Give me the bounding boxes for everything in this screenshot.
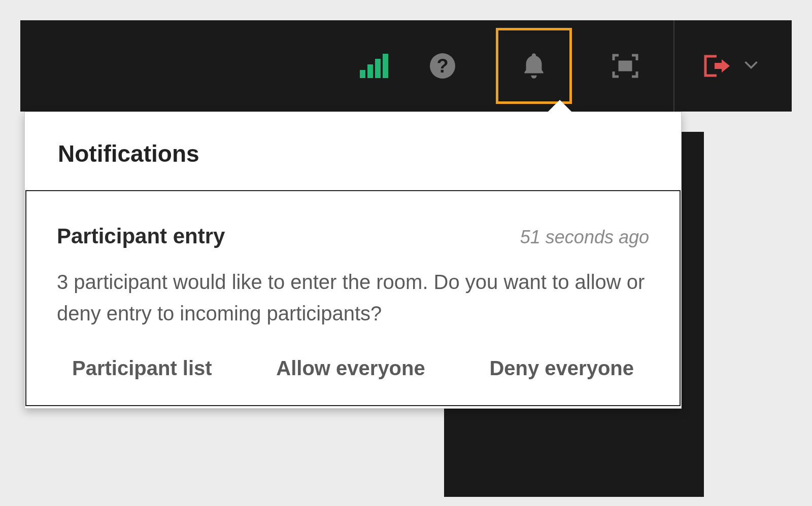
- svg-rect-0: [619, 61, 632, 71]
- help-icon: ?: [430, 53, 455, 79]
- notifications-button-highlight: [496, 28, 572, 104]
- deny-everyone-button[interactable]: Deny everyone: [489, 357, 634, 380]
- notification-actions: Participant list Allow everyone Deny eve…: [57, 357, 649, 385]
- notification-title: Participant entry: [57, 224, 225, 248]
- fullscreen-icon: [612, 53, 639, 79]
- notifications-button[interactable]: [514, 46, 554, 86]
- exit-button[interactable]: [702, 46, 731, 86]
- notifications-header: Notifications: [25, 112, 681, 190]
- help-button[interactable]: ?: [422, 46, 463, 86]
- notifications-popover: Notifications Participant entry 51 secon…: [24, 112, 682, 409]
- exit-icon: [702, 53, 731, 79]
- signal-icon: [360, 54, 388, 78]
- fullscreen-button[interactable]: [605, 46, 646, 86]
- toolbar-divider: [673, 20, 674, 112]
- allow-everyone-button[interactable]: Allow everyone: [276, 357, 425, 380]
- notifications-title: Notifications: [58, 140, 648, 167]
- notification-card: Participant entry 51 seconds ago 3 parti…: [25, 190, 681, 406]
- participant-list-button[interactable]: Participant list: [72, 357, 212, 380]
- exit-menu-toggle[interactable]: [741, 46, 761, 86]
- notification-timestamp: 51 seconds ago: [520, 227, 649, 248]
- top-toolbar: ?: [20, 20, 792, 112]
- connection-signal-button[interactable]: [354, 46, 394, 86]
- bell-icon: [521, 51, 547, 81]
- notification-body: 3 participant would like to enter the ro…: [57, 266, 649, 329]
- chevron-down-icon: [743, 61, 759, 70]
